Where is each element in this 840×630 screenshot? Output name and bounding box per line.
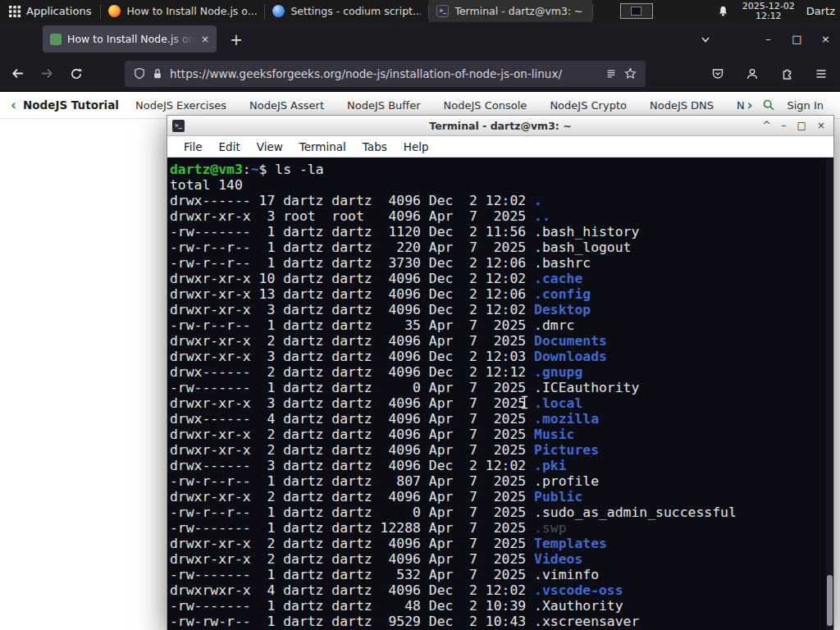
window-close-button[interactable]: × [811,33,840,45]
close-button[interactable]: × [817,120,825,131]
sign-in-button[interactable]: Sign In [787,99,824,112]
nav-scroll-left-icon[interactable]: ‹ [11,97,16,113]
extensions-icon[interactable] [774,62,799,86]
forward-button[interactable] [34,62,59,86]
file-name: Pictures [534,442,599,458]
workspace-switcher[interactable] [620,3,653,19]
tab-close-icon[interactable]: × [201,34,209,45]
site-nav-link[interactable]: NodeJS DNS [650,99,714,112]
search-icon[interactable] [762,98,775,112]
file-name: Documents [534,333,607,349]
site-nav-link[interactable]: NodeJS Exercises [135,99,226,112]
file-name: .mozilla [534,411,599,427]
clock-time: 12:12 [742,11,795,21]
user-menu[interactable]: Dartz [806,5,835,17]
taskbar-window-firefox[interactable]: How to Install Node.js o... [101,0,264,22]
shade-button[interactable]: ^ [763,120,771,131]
terminal-titlebar[interactable]: >_ Terminal - dartz@vm3: ~ ^ – □ × [167,116,833,136]
file-row-details: drwxr-xr-x 2 dartz dartz 4096 Apr 7 2025 [170,551,534,567]
text-cursor [520,395,529,409]
taskbar-window-settings[interactable]: Settings - codium script... [265,0,428,22]
file-row-details: -rw-r--r-- 1 dartz dartz 0 Apr 7 2025 [170,504,534,520]
desktop: Applications How to Install Node.js o...… [0,0,840,630]
url-bar[interactable]: https://www.geeksforgeeks.org/node-js/in… [125,61,646,87]
nav-scroll-right-icon[interactable]: › [746,97,752,113]
menu-terminal[interactable]: Terminal [291,140,354,153]
bookmark-star-icon[interactable] [624,67,637,80]
file-row-details: -rw------- 1 dartz dartz 1120 Dec 2 11:5… [170,224,534,240]
file-row-details: -rw------- 1 dartz dartz 48 Dec 2 10:39 [170,598,534,614]
tab-title: How to Install Node.js on... [67,33,195,45]
file-name: Music [534,427,574,442]
window-minimize-button[interactable]: – [754,33,783,45]
file-name: .vscode-oss [534,582,623,598]
file-name: .bashrc [534,255,591,271]
tracking-shield-icon [134,67,145,80]
pocket-icon[interactable] [705,62,730,86]
account-icon[interactable] [740,62,765,86]
total-line: total 140 [170,177,243,193]
menu-tabs[interactable]: Tabs [354,140,395,153]
menu-icon[interactable] [809,62,833,86]
site-nav-link[interactable]: NodeJS Crypto [550,99,627,112]
file-row-details: drwxr-xr-x 2 dartz dartz 4096 Apr 7 2025 [170,489,534,504]
file-row-details: drwxr-xr-x 10 dartz dartz 4096 Dec 2 12:… [170,271,534,286]
file-name: .sudo_as_admin_successful [534,504,737,520]
file-row-details: drwxr-xr-x 2 dartz dartz 4096 Apr 7 2025 [170,427,534,442]
terminal-content[interactable]: dartz@vm3:~$ ls -la total 140 drwx------… [167,159,833,630]
file-row-details: drwxr-xr-x 13 dartz dartz 4096 Dec 2 12:… [170,286,534,302]
firefox-navbar: https://www.geeksforgeeks.org/node-js/in… [0,56,840,92]
taskbar-window-terminal[interactable]: >_ Terminal - dartz@vm3: ~ [429,0,592,22]
back-button[interactable] [5,62,30,86]
file-row-details: -rw-r--r-- 1 dartz dartz 220 Apr 7 2025 [170,240,534,255]
file-row-details: -rw------- 1 dartz dartz 12288 Apr 7 202… [170,520,534,536]
list-all-tabs-icon[interactable] [700,34,711,45]
applications-menu[interactable]: Applications [0,0,100,22]
taskbar-title: Settings - codium script... [290,5,421,17]
panel-separator [592,4,593,19]
site-nav-link[interactable]: NodeJS Buffer [347,99,421,112]
terminal-window-icon: >_ [172,120,185,132]
file-name: Downloads [534,349,607,364]
file-name: .bash_logout [534,240,631,255]
clock[interactable]: 2025-12-02 12:12 [742,2,795,21]
file-name: . [534,193,542,208]
applications-label: Applications [26,5,91,17]
menu-help[interactable]: Help [395,140,437,153]
site-nav-link[interactable]: NodeJS Console [444,99,527,112]
prompt-dollar: $ [259,162,276,177]
menu-edit[interactable]: Edit [211,140,249,153]
file-name: .ICEauthority [534,380,639,395]
file-name: .viminfo [534,567,599,582]
browser-tab[interactable]: How to Install Node.js on... × [43,25,217,52]
site-nav-link[interactable]: Node [737,99,745,112]
clock-date: 2025-12-02 [742,2,795,11]
file-row-details: -rw------- 1 dartz dartz 532 Apr 7 2025 [170,567,534,582]
prompt-path: ~ [251,162,259,177]
file-row-details: -rw-r--r-- 1 dartz dartz 3730 Dec 2 12:0… [170,255,534,271]
file-row-details: -rw-rw-r-- 1 dartz dartz 9529 Dec 2 10:4… [170,614,534,629]
minimize-button[interactable]: – [782,120,787,131]
file-name: Public [534,489,582,504]
terminal-icon: >_ [436,5,449,17]
site-nav-links: NodeJS Exercises NodeJS Assert NodeJS Bu… [124,99,745,112]
reload-button[interactable] [64,62,89,86]
scrollbar-thumb[interactable] [827,575,833,626]
terminal-menubar: File Edit View Terminal Tabs Help [167,136,833,158]
new-tab-button[interactable]: + [230,30,243,48]
site-nav-brand[interactable]: NodeJS Tutorial [23,98,119,112]
site-nav-link[interactable]: NodeJS Assert [249,99,324,112]
terminal-scrollbar[interactable] [826,159,833,630]
notifications-icon[interactable] [717,5,729,17]
command-text: ls -la [275,162,323,177]
menu-file[interactable]: File [176,140,211,153]
window-restore-button[interactable]: □ [783,33,811,45]
maximize-button[interactable]: □ [797,120,806,131]
reader-view-icon[interactable] [605,68,617,80]
file-name: .cache [534,271,582,286]
menu-view[interactable]: View [249,140,291,153]
file-row-details: drwx------ 2 dartz dartz 4096 Dec 2 12:1… [170,364,534,380]
file-name: .profile [534,473,599,489]
file-row-details: drwxrwxr-x 4 dartz dartz 4096 Dec 2 12:0… [170,582,534,598]
file-name: .. [534,208,550,224]
